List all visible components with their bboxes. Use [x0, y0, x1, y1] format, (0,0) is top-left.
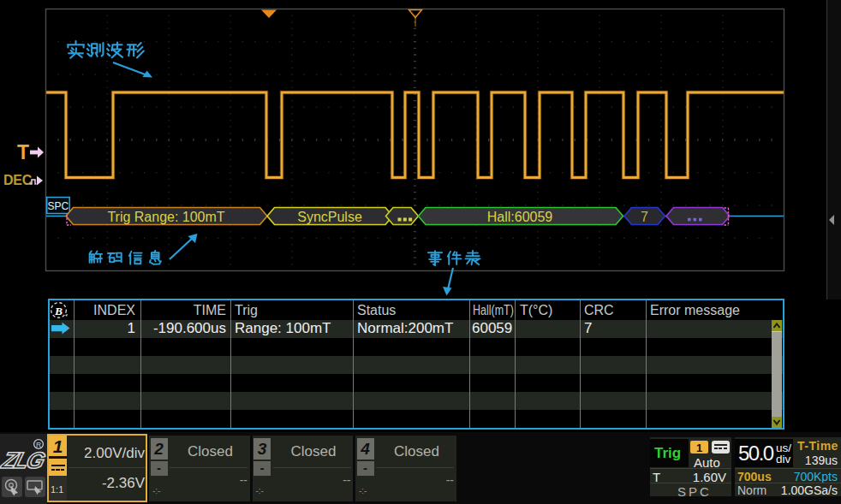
svg-text:B: B	[54, 305, 63, 317]
svg-text:SyncPulse: SyncPulse	[297, 210, 362, 224]
svg-text:T: T	[17, 141, 29, 163]
svg-text:Hall:60059: Hall:60059	[487, 210, 553, 224]
svg-text:Trig Range: 100mT: Trig Range: 100mT	[107, 210, 224, 224]
svg-text:DEC: DEC	[3, 173, 33, 187]
svg-text:R: R	[36, 441, 41, 449]
svg-text:ZLG: ZLG	[0, 448, 47, 472]
svg-text:SPC: SPC	[47, 200, 69, 212]
svg-text:7: 7	[641, 210, 648, 224]
